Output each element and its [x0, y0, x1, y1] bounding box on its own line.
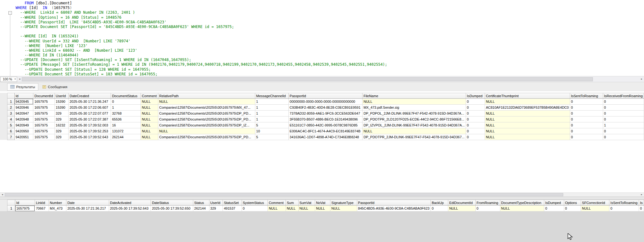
- cell-DocumentId[interactable]: 1657975: [33, 111, 55, 116]
- scroll-left-icon[interactable]: ◄: [0, 193, 5, 197]
- cell-Is[interactable]: 0: [639, 206, 644, 211]
- cell-UserId[interactable]: 329: [55, 116, 68, 122]
- editor-hscrollbar[interactable]: [22, 77, 639, 82]
- column-header-Status[interactable]: Status: [193, 200, 209, 206]
- column-header-Id[interactable]: Id: [15, 200, 35, 206]
- cell-PassportId[interactable]: C93B40F2-4B3C-40D4-8E28-C0ECB91E9591: [289, 105, 363, 111]
- cell-Id[interactable]: 9420949: [14, 122, 33, 128]
- cell-FileName[interactable]: DP_IZVPOL_2JM-DLINK-99EE7F47-F542-4078-9…: [363, 122, 466, 128]
- cell-DocumentId[interactable]: 1657975: [33, 116, 55, 122]
- cell-FileName[interactable]: NULL: [363, 128, 466, 134]
- cell-FileName[interactable]: DP_PDOTPR_2JM-DLINK-99EE7F47-F542-4078-9…: [363, 134, 466, 140]
- row-header[interactable]: 2: [7, 105, 15, 111]
- column-header-Id[interactable]: Id: [14, 93, 33, 99]
- column-header-DateStatus[interactable]: DateStatus: [151, 200, 193, 206]
- column-header-LinkId[interactable]: LinkId: [35, 200, 49, 206]
- fold-collapse-icon[interactable]: -: [8, 11, 12, 15]
- cell-Number[interactable]: MX_473: [49, 206, 66, 211]
- cell-IsDumped[interactable]: 0: [466, 116, 485, 122]
- cell-UserId[interactable]: 329: [55, 134, 68, 140]
- scrollbar-thumb[interactable]: [5, 193, 563, 196]
- cell-UserId[interactable]: 329: [55, 111, 68, 116]
- cell-UserId[interactable]: 329: [209, 206, 223, 211]
- cell-DocumentId[interactable]: 1657975: [33, 105, 55, 111]
- tab-results[interactable]: Результаты: [7, 83, 38, 91]
- cell-RelativePath[interactable]: Companies\12587\Documents\2025\5\30\1657…: [158, 134, 255, 140]
- column-header-UserId[interactable]: UserId: [209, 200, 223, 206]
- cell-BackUp[interactable]: 0: [430, 206, 448, 211]
- cell-DocumentStatus[interactable]: 65536: [111, 116, 141, 122]
- cell-DocumentId[interactable]: 1657975: [33, 122, 55, 128]
- row-header[interactable]: 5: [7, 122, 15, 128]
- grid1-hscrollbar[interactable]: ◄ ►: [0, 192, 644, 197]
- column-header-PassportId[interactable]: PassportId: [289, 93, 363, 99]
- column-header-IsDumped[interactable]: IsDumped: [466, 93, 485, 99]
- column-header-DocumentId[interactable]: DocumentId: [33, 93, 55, 99]
- cell-SignatureType[interactable]: NULL: [330, 206, 357, 211]
- cell-Id[interactable]: 9420947: [14, 111, 33, 116]
- column-header-StatusSet[interactable]: StatusSet: [223, 200, 242, 206]
- sql-code[interactable]: FROM [dbo].[Document]WHERE [Id] IN (1657…: [16, 1, 644, 76]
- cell-DateStatus[interactable]: 2025-05-30 17:39:52.650: [151, 206, 193, 211]
- cell-DateCreated[interactable]: 2025-05-30 17:21:36.247: [69, 99, 111, 105]
- cell-MessageChannelId[interactable]: 1: [255, 105, 288, 111]
- column-header-UserId[interactable]: UserId: [55, 93, 68, 99]
- cell-MessageChannelId[interactable]: 1: [255, 111, 288, 116]
- cell-LinkId[interactable]: 70667: [35, 206, 49, 211]
- column-header-DocumentTypeDescription[interactable]: DocumentTypeDescription: [500, 200, 544, 206]
- cell-CertificateThumbprint[interactable]: NULL: [485, 99, 570, 105]
- scroll-right-icon[interactable]: ►: [639, 76, 644, 82]
- cell-Options[interactable]: 0: [564, 206, 581, 211]
- cell-IsReceivedFromRoaming[interactable]: 0: [603, 134, 644, 140]
- cell-DocumentStatus[interactable]: 32768: [111, 111, 141, 116]
- cell-IsSentToRoaming[interactable]: 0: [570, 122, 603, 128]
- cell-IsSentToRoaming[interactable]: 0: [570, 111, 603, 116]
- cell-IsSentToRoaming[interactable]: 0: [570, 116, 603, 122]
- cell-IsReceivedFromRoaming[interactable]: 0: [603, 99, 644, 105]
- cell-Comment[interactable]: NULL: [141, 99, 158, 105]
- select-all-corner[interactable]: [7, 93, 15, 99]
- cell-RelativePath[interactable]: Companies\12587\Documents\2025\5\30\1657…: [158, 122, 255, 128]
- cell-RelativePath[interactable]: Companies\12587\Documents\2025\5\30\1657…: [158, 116, 255, 122]
- cell-StatusSet[interactable]: 491537: [223, 206, 242, 211]
- cell-IsSentToRoaming[interactable]: 0: [570, 134, 603, 140]
- scroll-right-icon[interactable]: ►: [639, 193, 644, 197]
- pane-splitter[interactable]: [0, 197, 644, 200]
- cell-DateActivated[interactable]: 2025-05-30 17:39:52.643: [109, 206, 151, 211]
- cell-UserId[interactable]: 15390: [55, 105, 68, 111]
- cell-PassportId[interactable]: 7378AD32-8059-4AE1-9FC6-3CCE563DE647: [289, 111, 363, 116]
- cell-IsSentToRoaming[interactable]: 0: [570, 99, 603, 105]
- cell-Id[interactable]: 9420951: [14, 134, 33, 140]
- row-header[interactable]: 3: [7, 111, 15, 116]
- cell-CertificateThumbprint[interactable]: NULL: [485, 134, 570, 140]
- column-header-DateActivated[interactable]: DateActivated: [109, 200, 151, 206]
- cell-DateCreated[interactable]: 2025-05-30 17:39:52.643: [69, 134, 111, 140]
- cell-IsSentToRoaming[interactable]: 0: [609, 206, 639, 211]
- cell-DocumentStatus[interactable]: 262144: [111, 134, 141, 140]
- cell-Comment[interactable]: NULL: [141, 105, 158, 111]
- row-header[interactable]: 6: [7, 128, 15, 134]
- cell-IsSentToRoaming[interactable]: 0: [570, 128, 603, 134]
- cell-DocumentStatus[interactable]: 1: [111, 105, 141, 111]
- cell-DocumentId[interactable]: 1657975: [33, 128, 55, 134]
- cell-RelativePath[interactable]: NULL: [158, 128, 255, 134]
- column-header-SignatureType[interactable]: SignatureType: [330, 200, 357, 206]
- column-header-Sum[interactable]: Sum: [286, 200, 298, 206]
- column-header-IsSentToRoaming[interactable]: IsSentToRoaming: [609, 200, 639, 206]
- cell-CertificateThumbprint[interactable]: NULL: [485, 122, 570, 128]
- cell-FileName[interactable]: DP_PDOTPR_2LD1207FD25-ECDE-44C2-94CC-86F…: [363, 116, 466, 122]
- cell-Comment[interactable]: NULL: [141, 134, 158, 140]
- cell-DateCreated[interactable]: 2025-05-30 17:39:52.003: [69, 122, 111, 128]
- cell-Comment[interactable]: NULL: [141, 122, 158, 128]
- cell-Id[interactable]: 9420945: [14, 99, 33, 105]
- row-header[interactable]: 1: [7, 99, 15, 105]
- scrollbar-thumb[interactable]: [22, 77, 593, 81]
- cell-Date[interactable]: 2025-05-30 17:21:36.217: [66, 206, 109, 211]
- column-header-Number[interactable]: Number: [49, 200, 66, 206]
- cell-Id[interactable]: 9420946: [14, 105, 33, 111]
- cell-SFCorrectionId[interactable]: NULL: [581, 206, 609, 211]
- row-header[interactable]: 4: [7, 116, 15, 122]
- cell-DocumentStatus[interactable]: 131072: [111, 128, 141, 134]
- cell-FileName[interactable]: NULL: [363, 99, 466, 105]
- row-header[interactable]: 7: [7, 134, 15, 140]
